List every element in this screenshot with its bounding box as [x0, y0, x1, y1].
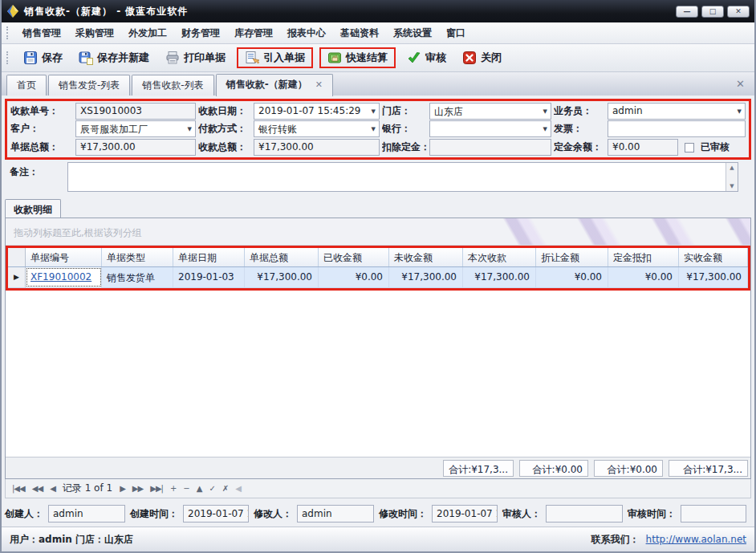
chevron-down-icon[interactable]: ▼	[188, 126, 192, 132]
deposit-balance-label: 定金余额：	[554, 140, 605, 154]
cell-doc-no[interactable]: XF19010002	[26, 267, 102, 287]
chevron-down-icon[interactable]: ▼	[372, 126, 376, 132]
menu-sales[interactable]: 销售管理	[15, 24, 68, 43]
grid-totals-row: 合计:¥17,3... 合计:¥0.00 合计:¥0.00 合计:¥17,3..…	[6, 457, 750, 478]
scroll-down-icon[interactable]: ▼	[730, 183, 734, 189]
receipt-date-picker[interactable]: 2019-01-07 15:45:29▼	[254, 103, 380, 120]
customer-select[interactable]: 辰哥服装加工厂▼	[75, 120, 196, 137]
store-select[interactable]: 山东店▼	[429, 103, 551, 120]
col-header-discount[interactable]: 折让金额	[536, 248, 608, 266]
menu-inventory[interactable]: 库存管理	[227, 24, 280, 43]
minimize-button[interactable]: —	[676, 6, 698, 18]
salesman-select[interactable]: admin▼	[608, 103, 746, 120]
close-x-icon	[462, 51, 477, 65]
nav-next-icon[interactable]: ▶	[120, 484, 125, 493]
tab-home[interactable]: 首页	[6, 75, 47, 96]
save-and-new-button[interactable]: 保存并新建	[71, 47, 157, 68]
col-header-deposit-offset[interactable]: 定金抵扣	[608, 248, 679, 266]
tabstrip-close-icon[interactable]: ✕	[736, 78, 745, 90]
col-header-actual-received[interactable]: 实收金额	[679, 248, 748, 266]
cell-received: ¥0.00	[319, 267, 389, 287]
menu-purchase[interactable]: 采购管理	[68, 24, 121, 43]
nav-next-page-icon[interactable]: ▶▶	[132, 484, 143, 493]
tab-close-icon[interactable]: ✕	[315, 79, 323, 90]
total-deposit-offset: 合计:¥0.00	[594, 460, 663, 477]
menu-outsourcing[interactable]: 外发加工	[121, 24, 174, 43]
cell-this-receipt[interactable]: ¥17,300.00	[463, 267, 536, 287]
col-header-received[interactable]: 已收金额	[319, 248, 389, 266]
menu-basedata[interactable]: 基础资料	[333, 24, 386, 43]
tab-sales-receipt-list[interactable]: 销售收款-列表	[132, 75, 213, 96]
creator-label: 创建人：	[5, 507, 43, 521]
cell-deposit-offset[interactable]: ¥0.00	[608, 267, 679, 287]
col-header-doc-type[interactable]: 单据类型	[102, 248, 173, 266]
audited-checkbox[interactable]	[685, 143, 694, 152]
nav-last-icon[interactable]: ▶▶|	[150, 484, 163, 493]
import-documents-icon	[245, 51, 259, 65]
remark-scrollbar[interactable]: ▲ ▼	[726, 163, 738, 191]
bank-label: 银行：	[382, 122, 427, 136]
create-time-field: 2019-01-07 15	[183, 505, 249, 523]
menu-settings[interactable]: 系统设置	[386, 24, 439, 43]
import-documents-button[interactable]: 引入单据	[237, 47, 313, 68]
maximize-button[interactable]: □	[701, 6, 724, 18]
menu-window[interactable]: 窗口	[439, 24, 473, 43]
nav-edit-icon[interactable]: ▲	[197, 484, 202, 493]
nav-prev-icon[interactable]: ◀	[50, 484, 55, 493]
remark-textarea[interactable]	[68, 163, 726, 191]
bank-select[interactable]: ▼	[429, 120, 551, 137]
audit-check-icon	[407, 51, 421, 65]
tab-receipt-detail[interactable]: 收款明细	[5, 199, 61, 218]
invoice-input[interactable]	[608, 120, 746, 137]
chevron-down-icon[interactable]: ▼	[543, 126, 547, 132]
tab-sales-receipt-new[interactable]: 销售收款-（新建） ✕	[216, 74, 333, 96]
doc-total-label: 单据总额：	[10, 140, 73, 154]
menu-reports[interactable]: 报表中心	[280, 24, 333, 43]
chevron-down-icon[interactable]: ▼	[372, 108, 376, 115]
website-link[interactable]: http://www.aolan.net	[646, 534, 746, 545]
contact-area: 联系我们： http://www.aolan.net	[591, 533, 746, 547]
toolbar-drag-grip[interactable]	[6, 51, 10, 64]
remark-box: ▲ ▼	[67, 162, 738, 192]
save-button[interactable]: 保存	[15, 47, 71, 68]
col-header-unreceived[interactable]: 未收金额	[389, 248, 463, 266]
total-actual-received: 合计:¥17,3...	[669, 460, 748, 477]
col-header-doc-total[interactable]: 单据总额	[245, 248, 319, 266]
chevron-down-icon[interactable]: ▼	[543, 108, 547, 115]
group-by-panel[interactable]: 拖动列标题至此,根据该列分组	[6, 218, 750, 246]
scroll-up-icon[interactable]: ▲	[730, 165, 734, 171]
col-header-this-receipt[interactable]: 本次收款	[463, 248, 536, 266]
total-discount: 合计:¥0.00	[519, 460, 588, 477]
grid-empty-area	[6, 291, 750, 457]
pay-method-label: 付款方式：	[198, 122, 251, 136]
print-button[interactable]: 打印单据	[157, 47, 234, 68]
nav-cancel-icon[interactable]: ✗	[222, 484, 228, 493]
audit-button[interactable]: 审核	[399, 47, 454, 68]
nav-scroll-left-icon[interactable]: ◀	[235, 484, 241, 493]
chevron-down-icon[interactable]: ▼	[738, 108, 742, 115]
store-label: 门店：	[382, 104, 427, 118]
cell-discount[interactable]: ¥0.00	[536, 267, 608, 287]
table-row[interactable]: ▶ XF19010002 销售发货单 2019-01-03 ¥17,300.00…	[8, 267, 748, 288]
nav-append-icon[interactable]: +	[170, 484, 176, 493]
close-button[interactable]: ✕	[727, 6, 750, 18]
pay-method-select[interactable]: 银行转账▼	[254, 120, 380, 137]
nav-prev-page-icon[interactable]: ◀◀	[32, 484, 43, 493]
menu-drag-grip[interactable]	[6, 26, 10, 39]
detail-tab-row: 收款明细	[5, 199, 751, 218]
doc-no-link[interactable]: XF19010002	[30, 271, 91, 283]
tab-sales-delivery-list[interactable]: 销售发货-列表	[48, 75, 130, 96]
col-header-doc-date[interactable]: 单据日期	[173, 248, 245, 266]
receipt-no-field: XS19010003	[75, 103, 196, 120]
app-logo-icon	[6, 5, 19, 18]
nav-endedit-icon[interactable]: ✓	[209, 484, 214, 493]
menu-finance[interactable]: 财务管理	[174, 24, 227, 43]
close-document-button[interactable]: 关闭	[454, 47, 510, 68]
col-header-doc-no[interactable]: 单据编号	[26, 248, 102, 266]
nav-delete-icon[interactable]: −	[183, 484, 189, 493]
deduct-deposit-field	[429, 139, 551, 156]
nav-first-icon[interactable]: |◀◀	[12, 484, 25, 493]
quick-settle-button[interactable]: 快速结算	[319, 47, 396, 68]
window-title: 销售收款-（新建） - 傲蓝布业软件	[24, 5, 188, 18]
window-controls: — □ ✕	[676, 6, 750, 18]
